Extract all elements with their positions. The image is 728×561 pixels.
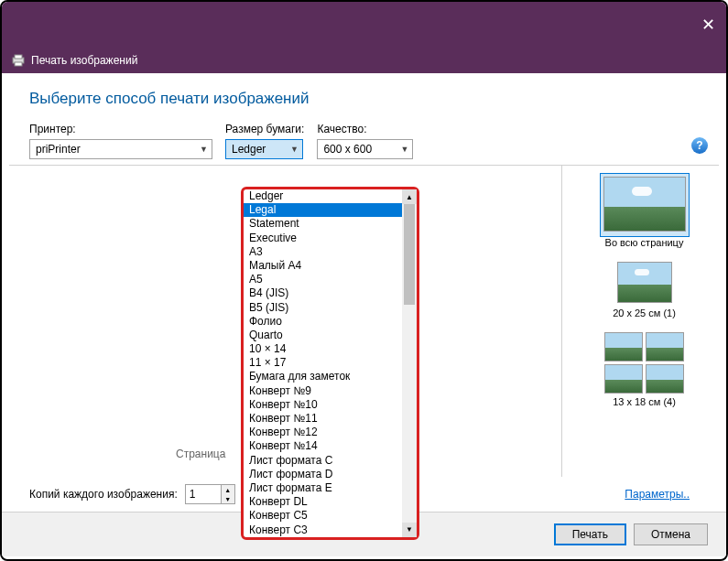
scroll-up-icon[interactable]: ▲: [402, 189, 417, 204]
scroll-track[interactable]: [402, 204, 417, 523]
dropdown-item[interactable]: Конверт C3: [244, 523, 402, 537]
dialog-header: Печать изображений: [2, 48, 726, 73]
paper-label: Размер бумаги:: [225, 123, 304, 135]
dropdown-item[interactable]: Конверт №9: [244, 384, 402, 398]
close-icon[interactable]: ✕: [701, 15, 715, 35]
paper-value: Ledger: [232, 143, 266, 156]
dropdown-item[interactable]: Лист формата E: [244, 481, 402, 495]
dropdown-item[interactable]: Quarto: [244, 329, 402, 342]
dropdown-item[interactable]: Конверт №11: [244, 412, 402, 426]
dropdown-item[interactable]: Малый A4: [244, 259, 402, 273]
help-icon[interactable]: ?: [691, 137, 708, 154]
copies-input[interactable]: [186, 488, 221, 501]
dropdown-item[interactable]: 11 × 17: [244, 356, 402, 370]
dropdown-item[interactable]: Конверт DL: [244, 495, 402, 509]
dropdown-list: LedgerLegalStatementExecutiveA3Малый A4A…: [244, 189, 402, 537]
dropdown-item[interactable]: B5 (JIS): [244, 301, 402, 315]
spin-down-icon[interactable]: ▼: [222, 494, 234, 503]
paper-dropdown: LedgerLegalStatementExecutiveA3Малый A4A…: [241, 187, 419, 540]
controls-row: Принтер: priPrinter ▼ Размер бумаги: Led…: [2, 119, 726, 159]
dropdown-item[interactable]: A3: [244, 245, 402, 259]
dropdown-item[interactable]: B4 (JIS): [244, 286, 402, 300]
layout-label: Во всю страницу: [566, 237, 723, 248]
printer-value: priPrinter: [36, 143, 81, 156]
layout-20x25[interactable]: 20 x 25 см (1): [566, 259, 723, 318]
copies-spinner[interactable]: ▲ ▼: [185, 484, 235, 504]
dropdown-item[interactable]: Конверт №12: [244, 426, 402, 439]
printer-label: Принтер:: [29, 123, 212, 135]
dropdown-item[interactable]: Statement: [244, 217, 402, 231]
dropdown-item[interactable]: Legal: [244, 203, 402, 217]
printer-combo[interactable]: priPrinter ▼: [29, 139, 212, 159]
chevron-down-icon: ▼: [200, 145, 208, 154]
layouts-panel: Во всю страницу 20 x 25 см (1) 13 x 18 с…: [561, 166, 726, 477]
dropdown-item[interactable]: Конверт №14: [244, 439, 402, 453]
dropdown-item[interactable]: A5: [244, 273, 402, 286]
quality-label: Качество:: [317, 123, 413, 135]
dropdown-item[interactable]: Лист формата C: [244, 454, 402, 468]
dropdown-item[interactable]: Executive: [244, 232, 402, 245]
page-label: Страница: [176, 448, 225, 460]
quality-value: 600 x 600: [323, 143, 372, 156]
layout-label: 13 x 18 см (4): [566, 396, 723, 407]
scroll-down-icon[interactable]: ▼: [402, 523, 417, 537]
cancel-button[interactable]: Отмена: [634, 523, 708, 545]
params-link[interactable]: Параметры..: [625, 488, 690, 501]
svg-rect-1: [15, 55, 22, 59]
spin-up-icon[interactable]: ▲: [222, 485, 234, 494]
scroll-thumb[interactable]: [404, 204, 415, 305]
dropdown-item[interactable]: Конверт C5: [244, 509, 402, 523]
dropdown-item[interactable]: Ledger: [244, 189, 402, 203]
titlebar: ✕: [2, 2, 726, 48]
chevron-down-icon: ▼: [290, 145, 299, 154]
dropdown-item[interactable]: Лист формата D: [244, 468, 402, 481]
dropdown-item[interactable]: 10 × 14: [244, 342, 402, 356]
dropdown-item[interactable]: Бумага для заметок: [244, 370, 402, 383]
print-button[interactable]: Печать: [554, 523, 626, 545]
quality-combo[interactable]: 600 x 600 ▼: [317, 139, 413, 159]
dropdown-item[interactable]: Конверт №10: [244, 398, 402, 412]
printer-icon: [11, 53, 26, 68]
dropdown-item[interactable]: Фолио: [244, 315, 402, 329]
svg-rect-2: [15, 62, 22, 66]
layout-fullpage[interactable]: Во всю страницу: [566, 173, 723, 248]
dropdown-scrollbar[interactable]: ▲ ▼: [402, 189, 417, 537]
page-heading: Выберите способ печати изображений: [2, 73, 726, 119]
chevron-down-icon: ▼: [400, 145, 408, 154]
layout-13x18[interactable]: 13 x 18 см (4): [566, 329, 723, 407]
copies-label: Копий каждого изображения:: [29, 488, 178, 501]
dialog-title: Печать изображений: [31, 54, 137, 67]
paper-combo[interactable]: Ledger ▼: [225, 139, 303, 159]
layout-label: 20 x 25 см (1): [566, 307, 723, 318]
